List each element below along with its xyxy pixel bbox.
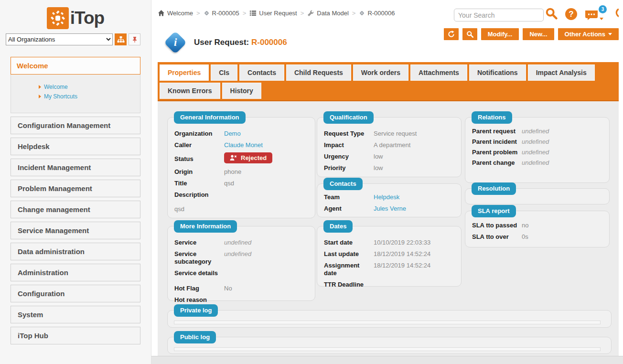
field-sla-tto-passed: SLA tto passed no [465,220,609,231]
field-urgency: Urgency low [317,151,461,162]
sidebar-item-administration[interactable]: Administration [11,264,140,281]
sidebar-item-welcome-group[interactable]: Welcome [11,57,140,75]
tab-history[interactable]: History [222,83,261,99]
page-footer-strip [151,356,623,364]
sidebar-item-problem-management[interactable]: Problem Management [11,180,140,197]
help-icon: ? [565,8,577,20]
sidebar-item-change-management[interactable]: Change management [11,201,140,218]
organization-select[interactable]: All Organizations [6,33,113,45]
sidebar-item-configuration[interactable]: Configuration [11,285,140,302]
sidebar-item-my-shortcuts[interactable]: My Shortcuts [39,92,140,101]
field-agent: Agent Jules Verne [317,203,461,214]
caller-link[interactable]: Claude Monet [224,141,263,149]
sidebar-item-helpdesk[interactable]: Helpdesk [11,138,140,155]
chevron-down-icon [600,18,603,20]
bullet-arrow-icon [39,85,41,89]
status-badge: Rejected [224,152,272,163]
field-start-date: Start date 10/10/2019 22:03:33 [317,237,461,248]
sidebar: iTop All Organizations Welcome Welcome [0,0,151,364]
tab-attachments[interactable]: Attachments [410,64,467,81]
organization-link[interactable]: Demo [224,130,241,138]
tab-child-requests[interactable]: Child Requests [286,64,351,81]
field-origin: Origin phone [168,166,315,178]
tab-known-errors[interactable]: Known Errors [160,83,220,99]
welcome-submenu: Welcome My Shortcuts [11,75,140,113]
panel-private-log: Private log [167,310,612,328]
field-status: Status Rejected [168,151,315,166]
sidebar-item-incident-management[interactable]: Incident Management [11,159,140,176]
main-menu: Welcome Welcome My Shortcuts Configurati… [0,57,151,344]
breadcrumb-item-r-000005[interactable]: R-000005 [204,10,239,17]
itop-logo-icon [47,7,69,29]
tab-impact-analysis[interactable]: Impact Analysis [528,64,595,81]
panel-title-more-information: More Information [174,220,237,233]
object-reference: R-000006 [251,38,287,47]
panel-title-private-log: Private log [174,304,218,317]
panel-sla-report: SLA report SLA tto passed no SLA tto ove… [465,211,610,247]
panel-title-sla-report: SLA report [472,205,516,217]
home-icon [158,10,165,17]
help-button[interactable]: ? [565,7,577,20]
agent-link[interactable]: Jules Verne [374,205,406,213]
panel-contacts: Contacts Team Helpdesk Agent Jules Verne [317,183,462,217]
field-organization: Organization Demo [168,128,315,139]
search-button[interactable] [545,7,558,20]
pin-sidebar-button[interactable] [129,33,140,45]
breadcrumb: Welcome > R-000005 > User Request > Data… [158,10,395,17]
sidebar-item-system[interactable]: System [11,306,140,323]
org-hierarchy-button[interactable] [115,33,127,45]
notifications-button[interactable]: 3 [584,9,603,21]
public-log-entry-field[interactable] [174,347,601,351]
tab-bar: Properties CIs Contacts Child Requests W… [158,62,619,101]
chat-icon [584,9,599,21]
diamond-icon [359,10,365,16]
other-actions-button[interactable]: Other Actions [558,28,619,40]
app-logo[interactable]: iTop [0,0,151,30]
field-caller: Caller Claude Monet [168,139,315,151]
panel-resolution: Resolution [465,188,610,204]
breadcrumb-item-data-model[interactable]: Data Model [307,10,348,17]
content-right-gutter [619,0,623,356]
tab-content-properties: General Information Organization Demo Ca… [158,101,619,356]
chevron-down-icon [608,33,612,35]
field-priority: Priority low [317,162,461,174]
field-description: Description qsd [168,189,315,215]
breadcrumb-item-r-000006[interactable]: R-000006 [359,10,395,17]
search-icon [545,7,558,20]
refresh-button[interactable] [444,28,459,40]
field-sla-tto-over: SLA tto over 0s [465,231,609,243]
global-search-input[interactable] [454,9,544,21]
private-log-entry-field[interactable] [174,321,601,324]
refresh-icon [448,31,455,38]
field-parent-problem: Parent problem undefined [465,147,609,158]
panel-title-public-log: Public log [174,331,216,343]
panel-title-general-information: General Information [174,111,246,124]
field-request-type: Request Type Service request [317,128,461,139]
panel-title-contacts: Contacts [323,178,363,190]
breadcrumb-item-welcome[interactable]: Welcome [158,10,193,17]
sidebar-item-welcome[interactable]: Welcome [39,82,140,92]
panel-title-qualification: Qualification [323,111,374,124]
sidebar-item-data-administration[interactable]: Data administration [11,243,140,260]
tab-cis[interactable]: CIs [211,64,237,81]
sidebar-item-itop-hub[interactable]: iTop Hub [11,327,140,344]
page-title: User Request: R-000006 [194,38,287,47]
sidebar-item-service-management[interactable]: Service Management [11,222,140,239]
tab-work-orders[interactable]: Work orders [353,64,408,81]
tab-properties[interactable]: Properties [160,64,209,81]
new-button[interactable]: New... [523,28,554,40]
sidebar-item-configuration-management[interactable]: Configuration Management [11,117,140,134]
tab-contacts[interactable]: Contacts [239,64,284,81]
search-toolbar-button[interactable] [462,28,477,40]
breadcrumb-item-user-request[interactable]: User Request [249,10,297,17]
breadcrumb-separator: > [196,10,200,17]
hierarchy-icon [117,36,125,43]
panel-more-information: More Information Service undefined Servi… [167,226,315,301]
wrench-icon [307,10,314,17]
logo-text: iTop [70,8,104,28]
tab-notifications[interactable]: Notifications [469,64,526,81]
field-service-subcategory: Service subcategory undefined [168,248,315,268]
modify-button[interactable]: Modify... [481,28,519,40]
field-parent-request: Parent request undefined [465,126,609,137]
team-link[interactable]: Helpdesk [374,193,399,201]
